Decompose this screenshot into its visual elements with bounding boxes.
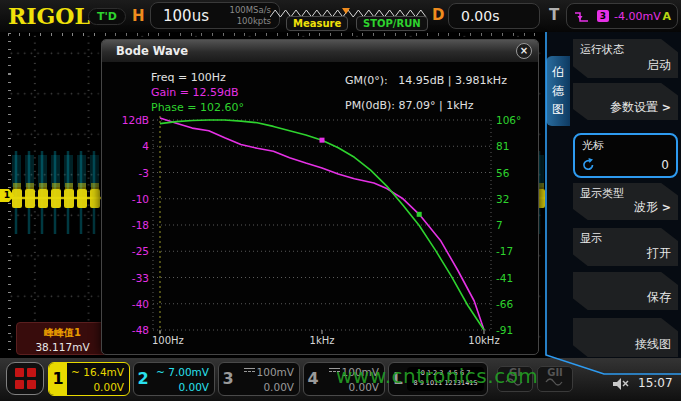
- trigger-label: T: [549, 6, 559, 24]
- timebase-box[interactable]: 100us 100MSa/s100kpts: [150, 2, 280, 29]
- menu-item-value: 接线图: [635, 336, 671, 353]
- phase-axis-tick: 56: [496, 167, 510, 179]
- channel-scale: 100mV: [237, 365, 294, 380]
- stop-run-button[interactable]: STOP/RUN: [356, 16, 428, 31]
- measure-button[interactable]: Measure: [286, 16, 348, 31]
- menu-item-label: 显示类型: [580, 186, 624, 201]
- dialog-title: Bode Wave: [102, 40, 538, 62]
- channel-4-box[interactable]: 4100mV0.00V: [303, 362, 385, 396]
- menu-item-label: 显示: [580, 231, 602, 246]
- memory-depth: 100kpts: [237, 16, 271, 26]
- gain-axis-tick: 4: [142, 140, 149, 152]
- clock: 15:07: [638, 376, 673, 390]
- phase-axis-tick: 106°: [496, 114, 521, 126]
- channel-number: 2: [134, 363, 152, 395]
- timebase-value: 100us: [151, 7, 230, 25]
- menu-item-value: 启动: [647, 57, 671, 74]
- menu-grid-icon[interactable]: [6, 362, 44, 395]
- ac-coupling-icon: ~: [156, 366, 168, 378]
- falling-edge-icon: [574, 9, 589, 24]
- cursor-gain-readout: Gain = 12.59dB: [151, 86, 239, 99]
- phase-axis-tick: -66: [496, 298, 513, 310]
- channel-number: 4: [304, 363, 322, 395]
- trigger-box[interactable]: 3 -4.00mV A: [566, 3, 678, 29]
- oscilloscope-screen: RIGOL T'D H 100us 100MSa/s100kpts Measur…: [0, 0, 681, 401]
- menu-item-4[interactable]: 显示类型波形 >: [573, 183, 678, 220]
- gain-margin-readout: GM(0°): 14.95dB | 3.981kHz: [345, 74, 507, 87]
- cursor-freq-readout: Freq = 100Hz: [151, 71, 226, 84]
- logic-digits: 0 1 2 3 4 5 6 78 9 1011 12131415: [407, 367, 484, 391]
- bode-wave-dialog: Bode Wave × Freq = 100Hz Gain = 12.59dB …: [101, 39, 539, 355]
- horizontal-label: H: [132, 7, 145, 25]
- phase-axis-tick: -17: [496, 245, 513, 257]
- chevron-right-icon: >: [658, 201, 671, 214]
- menu-item-value: 打开: [647, 245, 671, 262]
- freq-axis-tick: 1kHz: [310, 335, 335, 346]
- gain-axis-tick: -33: [132, 272, 149, 284]
- delay-box[interactable]: 0.00s: [448, 3, 540, 29]
- phase-axis-tick: 81: [496, 140, 509, 152]
- pm-point: [320, 138, 325, 143]
- gain-axis-tick: -18: [132, 219, 149, 231]
- close-icon[interactable]: ×: [516, 43, 532, 59]
- trigger-status-badge: T'D: [88, 8, 126, 25]
- channel-number: 1: [49, 363, 67, 395]
- channel-2-box[interactable]: 2~ 7.00mV0.00V: [133, 362, 215, 396]
- gm-point: [417, 212, 422, 217]
- channel-scale: 100mV: [322, 365, 379, 380]
- menu-item-6[interactable]: 保存: [573, 272, 678, 310]
- channel-offset: 0.00V: [67, 380, 124, 395]
- sample-rate: 100MSa/s: [230, 5, 271, 15]
- gain-axis-tick: -10: [132, 193, 149, 205]
- menu-item-value: 波形 >: [634, 199, 671, 216]
- channel-offset: 0.00V: [152, 380, 209, 395]
- channel-number: 3: [219, 363, 237, 395]
- channel-scale: ~ 16.4mV: [67, 365, 124, 380]
- dc-coupling-icon: [244, 368, 255, 375]
- gain-axis-tick: -48: [132, 324, 149, 336]
- channel-scale: ~ 7.00mV: [152, 365, 209, 380]
- gain-axis-tick: -3: [139, 167, 149, 179]
- measurement-result-box: 峰峰值1 38.117mV: [16, 322, 109, 355]
- chevron-right-icon: >: [658, 101, 671, 114]
- channel-offset: 0.00V: [237, 380, 294, 395]
- sine-wave-icon: [505, 378, 525, 386]
- ac-coupling-icon: ~: [71, 366, 83, 378]
- trigger-source-badge: 3: [597, 10, 609, 22]
- dc-coupling-icon: [329, 368, 340, 375]
- menu-item-5[interactable]: 显示打开: [573, 228, 678, 266]
- menu-item-2[interactable]: 参数设置 >: [573, 83, 678, 120]
- bottom-bar: 1~ 16.4mV0.00V2~ 7.00mV0.00V3100mV0.00V4…: [0, 358, 681, 401]
- source-gi-button[interactable]: GI: [497, 366, 533, 392]
- sine-wave-icon: [545, 378, 565, 386]
- menu-item-label: 运行状态: [580, 42, 624, 57]
- menu-item-7[interactable]: 接线图: [573, 318, 678, 357]
- bode-menu-tab[interactable]: 伯德图: [546, 56, 570, 126]
- phase-axis-tick: 7: [496, 219, 503, 231]
- freq-axis-tick: 100Hz: [152, 335, 184, 346]
- channel-offset: 0.00V: [322, 380, 379, 395]
- speaker-muted-icon[interactable]: [612, 377, 630, 392]
- menu-item-value: 参数设置 >: [610, 99, 671, 116]
- menu-item-value: 0: [661, 158, 669, 172]
- phase-axis-tick: 32: [496, 193, 509, 205]
- channel-1-box[interactable]: 1~ 16.4mV0.00V: [48, 362, 130, 396]
- top-bar: RIGOL T'D H 100us 100MSa/s100kpts Measur…: [0, 0, 681, 32]
- menu-item-value: 保存: [647, 289, 671, 306]
- source-gii-button[interactable]: GII: [537, 366, 573, 392]
- bode-chart: 12dB106°481-356-1032-187-25-17-33-41-40-…: [102, 106, 540, 352]
- gain-curve: [160, 118, 484, 330]
- menu-sidebar: 伯德图 运行状态启动参数设置 >光标0显示类型波形 >显示打开保存接线图: [545, 32, 681, 375]
- menu-item-3[interactable]: 光标0: [573, 133, 678, 178]
- measurement-name: 峰峰值1: [17, 326, 108, 340]
- channel-3-box[interactable]: 3100mV0.00V: [218, 362, 300, 396]
- delay-label: D: [432, 6, 444, 24]
- logic-channels-box[interactable]: L 0 1 2 3 4 5 6 78 9 1011 12131415: [388, 362, 488, 396]
- rotate-knob-icon: [581, 157, 596, 172]
- gain-axis-tick: -25: [132, 245, 149, 257]
- menu-item-1[interactable]: 运行状态启动: [573, 39, 678, 78]
- trigger-mode: A: [662, 10, 671, 23]
- measurement-value: 38.117mV: [17, 341, 108, 353]
- phase-axis-tick: -41: [496, 272, 513, 284]
- trigger-level-value: -4.00mV: [614, 10, 662, 23]
